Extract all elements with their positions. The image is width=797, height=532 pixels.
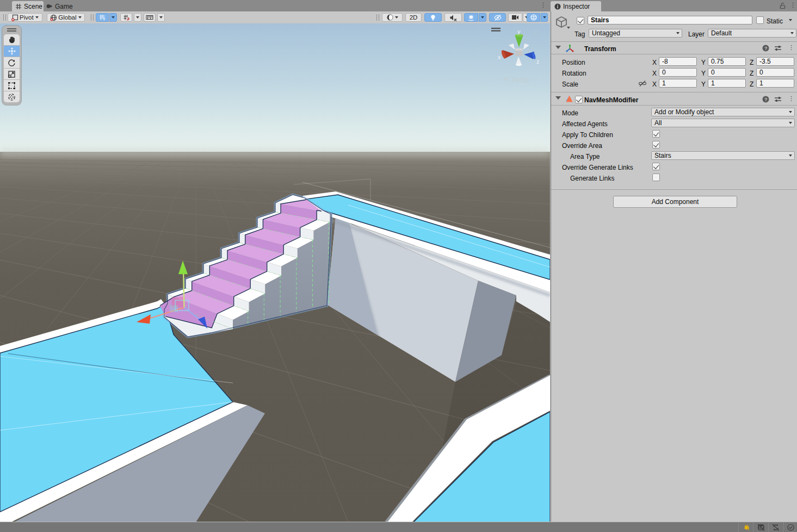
svg-text:?: ? [764,97,768,102]
svg-text:y: y [517,28,521,35]
svg-text:z: z [536,58,540,65]
svg-text:Persp: Persp [512,76,529,84]
svg-text:x: x [498,54,501,60]
svg-text:Y: Y [103,17,106,21]
svg-text:?: ? [764,46,768,51]
